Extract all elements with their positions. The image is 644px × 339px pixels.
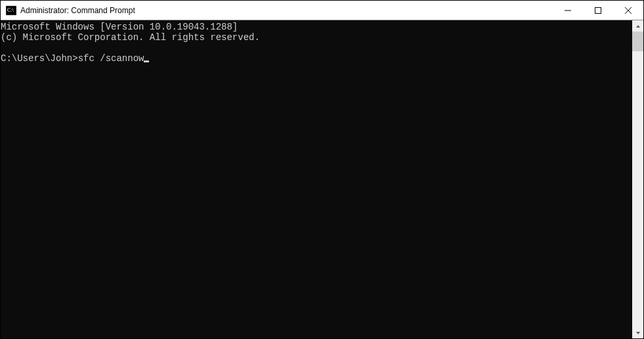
maximize-button[interactable]: [583, 1, 613, 20]
svg-rect-3: [595, 7, 601, 13]
command-prompt-window: C:\ Administrator: Command Prompt Micros…: [0, 0, 644, 339]
console-area: Microsoft Windows [Version 10.0.19043.12…: [1, 20, 643, 338]
close-button[interactable]: [613, 1, 643, 20]
console-output[interactable]: Microsoft Windows [Version 10.0.19043.12…: [1, 20, 632, 338]
window-title: Administrator: Command Prompt: [20, 6, 553, 15]
titlebar[interactable]: C:\ Administrator: Command Prompt: [1, 1, 643, 20]
cmd-icon: C:\: [6, 5, 16, 16]
console-line: Microsoft Windows [Version 10.0.19043.12…: [1, 22, 238, 32]
svg-marker-7: [636, 332, 640, 334]
vertical-scrollbar[interactable]: [632, 20, 643, 338]
svg-text:C:\: C:\: [7, 7, 14, 13]
scroll-track[interactable]: [632, 32, 643, 327]
minimize-button[interactable]: [553, 1, 583, 20]
scroll-thumb[interactable]: [632, 32, 643, 51]
svg-marker-6: [636, 25, 640, 28]
console-prompt: C:\Users\John>: [1, 53, 78, 64]
console-command: sfc /scannow: [78, 53, 144, 64]
scroll-up-arrow-icon[interactable]: [632, 20, 643, 32]
text-cursor: [144, 60, 149, 62]
window-controls: [553, 1, 643, 20]
console-line: (c) Microsoft Corporation. All rights re…: [1, 32, 260, 43]
scroll-down-arrow-icon[interactable]: [632, 327, 643, 338]
